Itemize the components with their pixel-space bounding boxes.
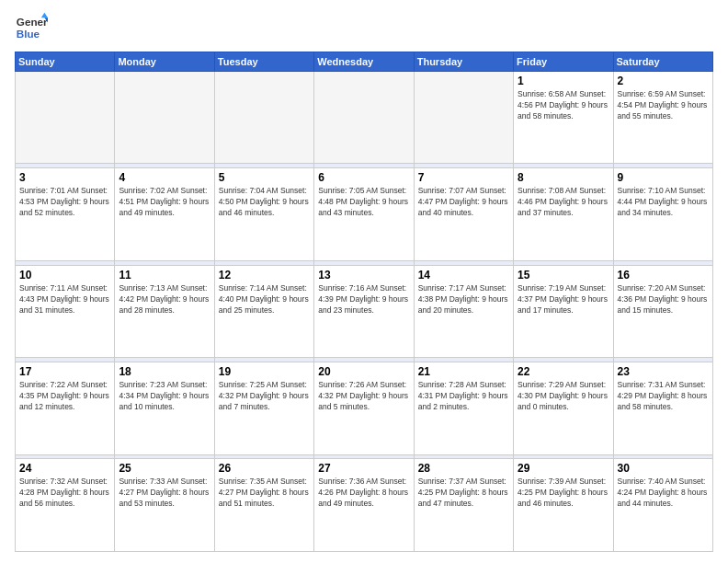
day-number: 7: [418, 171, 509, 184]
day-info: Sunrise: 7:02 AM Sunset: 4:51 PM Dayligh…: [119, 186, 210, 219]
day-cell: 4Sunrise: 7:02 AM Sunset: 4:51 PM Daylig…: [115, 168, 214, 260]
col-header-tuesday: Tuesday: [214, 52, 313, 72]
day-number: 4: [119, 171, 210, 184]
day-info: Sunrise: 7:04 AM Sunset: 4:50 PM Dayligh…: [219, 186, 310, 219]
day-number: 30: [618, 462, 709, 475]
page: General Blue SundayMondayTuesdayWednesda…: [0, 0, 728, 563]
day-number: 24: [19, 462, 110, 475]
day-info: Sunrise: 7:22 AM Sunset: 4:35 PM Dayligh…: [19, 380, 110, 413]
day-cell: 12Sunrise: 7:14 AM Sunset: 4:40 PM Dayli…: [214, 265, 313, 357]
day-cell: 26Sunrise: 7:35 AM Sunset: 4:27 PM Dayli…: [214, 459, 313, 552]
day-cell: [314, 72, 414, 164]
day-cell: 30Sunrise: 7:40 AM Sunset: 4:24 PM Dayli…: [613, 459, 712, 552]
day-number: 14: [418, 269, 509, 282]
day-number: 19: [219, 365, 310, 378]
day-info: Sunrise: 7:17 AM Sunset: 4:38 PM Dayligh…: [418, 283, 509, 316]
day-number: 15: [518, 269, 609, 282]
day-cell: 14Sunrise: 7:17 AM Sunset: 4:38 PM Dayli…: [414, 265, 513, 357]
col-header-thursday: Thursday: [414, 52, 513, 72]
day-number: 3: [19, 171, 110, 184]
day-info: Sunrise: 7:37 AM Sunset: 4:25 PM Dayligh…: [418, 477, 509, 510]
day-cell: 24Sunrise: 7:32 AM Sunset: 4:28 PM Dayli…: [16, 459, 115, 552]
col-header-saturday: Saturday: [613, 52, 712, 72]
day-number: 21: [418, 365, 509, 378]
day-info: Sunrise: 7:20 AM Sunset: 4:36 PM Dayligh…: [618, 283, 709, 316]
day-cell: [214, 72, 313, 164]
day-cell: 11Sunrise: 7:13 AM Sunset: 4:42 PM Dayli…: [115, 265, 214, 357]
day-cell: 17Sunrise: 7:22 AM Sunset: 4:35 PM Dayli…: [16, 362, 115, 454]
header: General Blue: [15, 11, 713, 44]
day-cell: 20Sunrise: 7:26 AM Sunset: 4:32 PM Dayli…: [314, 362, 414, 454]
day-info: Sunrise: 6:58 AM Sunset: 4:56 PM Dayligh…: [518, 89, 609, 122]
day-info: Sunrise: 7:01 AM Sunset: 4:53 PM Dayligh…: [19, 186, 110, 219]
day-cell: 3Sunrise: 7:01 AM Sunset: 4:53 PM Daylig…: [16, 168, 115, 260]
day-info: Sunrise: 7:13 AM Sunset: 4:42 PM Dayligh…: [119, 283, 210, 316]
calendar: SundayMondayTuesdayWednesdayThursdayFrid…: [15, 52, 713, 552]
day-cell: 16Sunrise: 7:20 AM Sunset: 4:36 PM Dayli…: [613, 265, 712, 357]
day-cell: 28Sunrise: 7:37 AM Sunset: 4:25 PM Dayli…: [414, 459, 513, 552]
day-number: 1: [518, 75, 609, 87]
day-info: Sunrise: 7:11 AM Sunset: 4:43 PM Dayligh…: [19, 283, 110, 316]
week-row-1: 1Sunrise: 6:58 AM Sunset: 4:56 PM Daylig…: [16, 72, 713, 164]
day-cell: 19Sunrise: 7:25 AM Sunset: 4:32 PM Dayli…: [214, 362, 313, 454]
week-row-4: 17Sunrise: 7:22 AM Sunset: 4:35 PM Dayli…: [16, 362, 713, 454]
day-number: 12: [219, 269, 310, 282]
day-number: 5: [219, 171, 310, 184]
day-info: Sunrise: 7:10 AM Sunset: 4:44 PM Dayligh…: [618, 186, 709, 219]
day-info: Sunrise: 7:31 AM Sunset: 4:29 PM Dayligh…: [618, 380, 709, 413]
day-cell: 5Sunrise: 7:04 AM Sunset: 4:50 PM Daylig…: [214, 168, 313, 260]
day-cell: [115, 72, 214, 164]
day-info: Sunrise: 6:59 AM Sunset: 4:54 PM Dayligh…: [618, 89, 709, 122]
day-info: Sunrise: 7:39 AM Sunset: 4:25 PM Dayligh…: [518, 477, 609, 510]
day-cell: 7Sunrise: 7:07 AM Sunset: 4:47 PM Daylig…: [414, 168, 513, 260]
day-number: 9: [618, 171, 709, 184]
logo: General Blue: [15, 11, 48, 44]
day-info: Sunrise: 7:08 AM Sunset: 4:46 PM Dayligh…: [518, 186, 609, 219]
day-info: Sunrise: 7:23 AM Sunset: 4:34 PM Dayligh…: [119, 380, 210, 413]
day-number: 26: [219, 462, 310, 475]
day-info: Sunrise: 7:32 AM Sunset: 4:28 PM Dayligh…: [19, 477, 110, 510]
day-number: 13: [318, 269, 409, 282]
day-number: 8: [518, 171, 609, 184]
day-number: 20: [318, 365, 409, 378]
day-number: 10: [19, 269, 110, 282]
col-header-sunday: Sunday: [16, 52, 115, 72]
day-cell: 13Sunrise: 7:16 AM Sunset: 4:39 PM Dayli…: [314, 265, 414, 357]
logo-icon: General Blue: [15, 11, 48, 44]
day-number: 23: [618, 365, 709, 378]
week-row-2: 3Sunrise: 7:01 AM Sunset: 4:53 PM Daylig…: [16, 168, 713, 260]
week-row-3: 10Sunrise: 7:11 AM Sunset: 4:43 PM Dayli…: [16, 265, 713, 357]
day-cell: 8Sunrise: 7:08 AM Sunset: 4:46 PM Daylig…: [514, 168, 613, 260]
day-info: Sunrise: 7:35 AM Sunset: 4:27 PM Dayligh…: [219, 477, 310, 510]
day-info: Sunrise: 7:28 AM Sunset: 4:31 PM Dayligh…: [418, 380, 509, 413]
day-info: Sunrise: 7:14 AM Sunset: 4:40 PM Dayligh…: [219, 283, 310, 316]
day-cell: 29Sunrise: 7:39 AM Sunset: 4:25 PM Dayli…: [514, 459, 613, 552]
day-cell: 27Sunrise: 7:36 AM Sunset: 4:26 PM Dayli…: [314, 459, 414, 552]
day-info: Sunrise: 7:33 AM Sunset: 4:27 PM Dayligh…: [119, 477, 210, 510]
col-header-wednesday: Wednesday: [314, 52, 414, 72]
day-info: Sunrise: 7:40 AM Sunset: 4:24 PM Dayligh…: [618, 477, 709, 510]
day-cell: 9Sunrise: 7:10 AM Sunset: 4:44 PM Daylig…: [613, 168, 712, 260]
day-cell: 10Sunrise: 7:11 AM Sunset: 4:43 PM Dayli…: [16, 265, 115, 357]
day-cell: 6Sunrise: 7:05 AM Sunset: 4:48 PM Daylig…: [314, 168, 414, 260]
day-info: Sunrise: 7:16 AM Sunset: 4:39 PM Dayligh…: [318, 283, 409, 316]
day-number: 2: [618, 75, 709, 87]
calendar-header-row: SundayMondayTuesdayWednesdayThursdayFrid…: [16, 52, 713, 72]
day-number: 25: [119, 462, 210, 475]
day-number: 16: [618, 269, 709, 282]
svg-text:Blue: Blue: [17, 28, 40, 40]
day-number: 6: [318, 171, 409, 184]
day-cell: 18Sunrise: 7:23 AM Sunset: 4:34 PM Dayli…: [115, 362, 214, 454]
day-info: Sunrise: 7:07 AM Sunset: 4:47 PM Dayligh…: [418, 186, 509, 219]
day-number: 28: [418, 462, 509, 475]
day-number: 17: [19, 365, 110, 378]
day-info: Sunrise: 7:36 AM Sunset: 4:26 PM Dayligh…: [318, 477, 409, 510]
day-number: 18: [119, 365, 210, 378]
day-cell: 21Sunrise: 7:28 AM Sunset: 4:31 PM Dayli…: [414, 362, 513, 454]
day-cell: 2Sunrise: 6:59 AM Sunset: 4:54 PM Daylig…: [613, 72, 712, 164]
day-info: Sunrise: 7:19 AM Sunset: 4:37 PM Dayligh…: [518, 283, 609, 316]
day-cell: [16, 72, 115, 164]
day-cell: 15Sunrise: 7:19 AM Sunset: 4:37 PM Dayli…: [514, 265, 613, 357]
week-row-5: 24Sunrise: 7:32 AM Sunset: 4:28 PM Dayli…: [16, 459, 713, 552]
day-cell: 1Sunrise: 6:58 AM Sunset: 4:56 PM Daylig…: [514, 72, 613, 164]
